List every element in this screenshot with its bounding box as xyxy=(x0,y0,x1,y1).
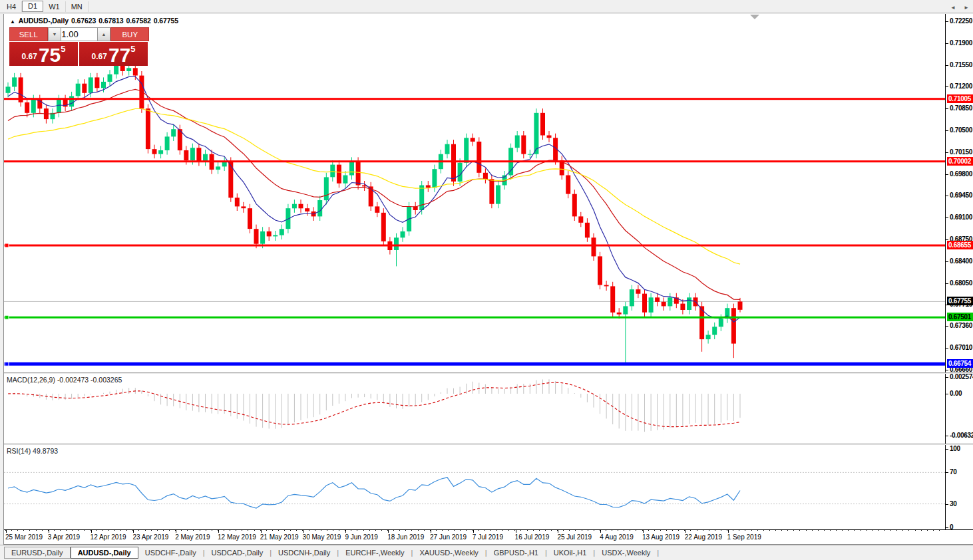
date-axis-label: 18 Jun 2019 xyxy=(387,533,424,541)
price-tick xyxy=(945,217,948,218)
quote-open: 0.67623 xyxy=(71,17,96,25)
sell-button[interactable]: SELL xyxy=(9,27,48,41)
quote-close: 0.67755 xyxy=(154,17,178,25)
tab-usdx-weekly[interactable]: USDX-,Weekly xyxy=(595,547,657,558)
sell-price-sup: 5 xyxy=(61,44,65,54)
price-tick-label: 0.71900 xyxy=(950,39,973,47)
price-tick-label: 0.71200 xyxy=(950,82,973,90)
price-tick xyxy=(945,283,948,284)
date-axis-label: 7 Jul 2019 xyxy=(473,533,503,541)
price-tick xyxy=(945,86,948,87)
rsi-tick xyxy=(945,504,948,505)
timeframe-button-mn[interactable]: MN xyxy=(66,1,89,12)
tab-eurusd-daily[interactable]: EURUSD-,Daily xyxy=(4,547,71,559)
symbol-tab-bar: EURUSD-,DailyAUDUSD-,DailyUSDCHF-,Daily|… xyxy=(0,545,973,560)
date-axis-label: 21 May 2019 xyxy=(260,533,299,541)
macd-signal-line xyxy=(8,382,740,427)
price-tick xyxy=(945,43,948,44)
rsi-tick xyxy=(945,527,948,528)
price-tick-label: 0.70850 xyxy=(950,104,973,112)
price-tick xyxy=(945,174,948,175)
quote-header: ▲AUDUSD-,Daily0.676230.678130.675820.677… xyxy=(10,17,181,25)
ma-mid-line xyxy=(8,89,740,299)
tab-scroll-right-icon[interactable]: ► xyxy=(964,5,969,11)
panel-splitter-rsi[interactable] xyxy=(4,444,973,445)
level-price-label: 0.67501 xyxy=(947,313,973,321)
timeframe-button-d1[interactable]: D1 xyxy=(22,1,43,12)
price-tick xyxy=(945,239,948,240)
price-tick-label: 0.69450 xyxy=(950,192,973,199)
date-axis-label: 16 Jul 2019 xyxy=(515,533,550,541)
date-axis-label: 3 Apr 2019 xyxy=(48,533,80,541)
tab-scroll-arrows: ◄ ► xyxy=(944,5,969,11)
price-tick xyxy=(945,65,948,66)
price-tick-label: 0.68050 xyxy=(950,279,973,287)
collapse-triangle-icon[interactable]: ▲ xyxy=(10,19,15,25)
price-tick-label: 0.69800 xyxy=(950,170,973,178)
level-price-label: 0.66754 xyxy=(947,359,973,368)
price-tick xyxy=(945,152,948,153)
date-axis-label: 23 Apr 2019 xyxy=(132,533,168,541)
tab-eurchf-weekly[interactable]: EURCHF-,Weekly xyxy=(339,547,411,558)
chart-shift-marker-icon[interactable] xyxy=(750,15,759,19)
date-axis-label: 2 May 2019 xyxy=(175,533,210,541)
chart-canvas[interactable] xyxy=(4,14,945,543)
price-tick-label: 0.71550 xyxy=(950,61,973,69)
price-tick xyxy=(945,196,948,196)
tab-scroll-left-icon[interactable]: ◄ xyxy=(950,5,956,11)
date-axis-label: 12 Apr 2019 xyxy=(91,533,126,541)
chevron-down-icon: ▼ xyxy=(52,32,57,37)
date-axis-label: 13 Aug 2019 xyxy=(642,533,680,541)
timeframe-button-h4[interactable]: H4 xyxy=(1,1,22,12)
tab-usdcad-daily[interactable]: USDCAD-,Daily xyxy=(205,547,270,558)
tab-usdchf-daily[interactable]: USDCHF-,Daily xyxy=(138,547,203,558)
price-tick xyxy=(945,348,948,349)
price-tick-label: 0.70500 xyxy=(950,126,973,134)
volume-decrease-button[interactable]: ▼ xyxy=(48,27,62,41)
tab-gbpusd-h1[interactable]: GBPUSD-,H1 xyxy=(487,547,545,558)
volume-increase-button[interactable]: ▲ xyxy=(97,27,111,41)
buy-price-panel[interactable]: 0.67775 xyxy=(79,42,148,66)
macd-main-value: -0.002473 xyxy=(57,376,89,384)
date-axis-label: 27 Jun 2019 xyxy=(430,533,467,541)
sell-price-panel[interactable]: 0.67755 xyxy=(9,42,78,66)
macd-tick-label: -0.006326 xyxy=(950,432,973,439)
macd-histogram xyxy=(8,379,740,432)
rsi-tick xyxy=(945,472,948,473)
buy-button[interactable]: BUY xyxy=(110,27,149,41)
chevron-up-icon: ▲ xyxy=(102,32,106,37)
ma-slow-line xyxy=(8,109,740,265)
volume-input[interactable]: 1.00 xyxy=(61,27,97,41)
quote-low: 0.67582 xyxy=(126,17,151,25)
buy-price-main: 77 xyxy=(108,46,130,64)
timeframe-button-w1[interactable]: W1 xyxy=(43,1,66,12)
tab-xauusd-weekly[interactable]: XAUUSD-,Weekly xyxy=(413,547,485,558)
level-line-0.68655[interactable] xyxy=(4,243,945,247)
price-tick-label: 0.68400 xyxy=(950,257,973,265)
tab-usdcnh-daily[interactable]: USDCNH-,Daily xyxy=(272,547,337,558)
rsi-tick-label: 100 xyxy=(950,445,973,452)
level-line-0.66754[interactable] xyxy=(4,362,945,366)
price-tick xyxy=(945,130,948,131)
price-tick xyxy=(945,108,948,109)
level-price-label: 0.68655 xyxy=(947,241,973,249)
level-price-label: 0.71005 xyxy=(947,94,973,103)
one-click-trade-widget: SELL ▼ 1.00 ▲ BUY 0.67755 0.67775 xyxy=(9,27,149,66)
rsi-line xyxy=(8,478,740,508)
macd-tick-label: 0.00 xyxy=(950,390,973,397)
rsi-tick-label: 30 xyxy=(950,500,973,507)
level-line-0.70002[interactable] xyxy=(4,160,945,162)
rsi-value: 49.8793 xyxy=(33,447,58,455)
price-tick xyxy=(945,261,948,262)
level-line-0.71005[interactable] xyxy=(4,98,945,100)
tab-separator: | xyxy=(657,549,659,557)
buy-price-prefix: 0.67 xyxy=(92,52,107,61)
tab-ukoil-h1[interactable]: UKOil-,H1 xyxy=(547,547,594,558)
tab-audusd-daily[interactable]: AUDUSD-,Daily xyxy=(71,547,138,559)
panel-splitter-macd[interactable] xyxy=(4,372,973,374)
price-tick-label: 0.69100 xyxy=(950,213,973,221)
sell-price-prefix: 0.67 xyxy=(22,52,37,61)
level-line-0.67501[interactable] xyxy=(4,315,945,319)
price-tick xyxy=(945,326,948,327)
rsi-tick-label: 70 xyxy=(950,468,973,476)
